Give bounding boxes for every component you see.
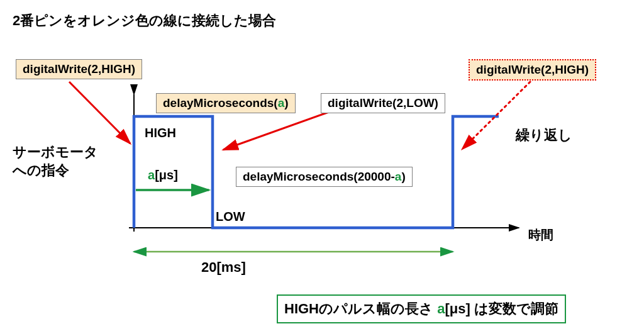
var: a: [148, 168, 155, 182]
label-high: HIGH: [145, 126, 176, 140]
code-text: digitalWrite(2,LOW): [328, 96, 438, 109]
code-text: digitalWrite(2,HIGH): [476, 63, 589, 76]
summary-unit: [μs]: [445, 301, 470, 316]
code-text-prefix: delayMicroseconds(: [163, 96, 278, 109]
summary-var: a: [437, 301, 445, 316]
label-repeat: 繰り返し: [516, 126, 572, 145]
code-text-prefix: delayMicroseconds(20000-: [243, 170, 395, 183]
box-delay-a: delayMicroseconds(a): [156, 93, 296, 113]
unit: [μs]: [155, 168, 178, 182]
arrow-write-low: [223, 108, 340, 150]
label-period: 20[ms]: [201, 259, 246, 276]
box-write-high-repeat: digitalWrite(2,HIGH): [469, 59, 596, 81]
label-low: LOW: [216, 210, 245, 224]
summary-suffix: は変数で調節: [470, 301, 558, 316]
arrow-write-high: [69, 82, 130, 143]
servo-line2: への指令: [13, 162, 98, 180]
label-pulse-width: a[μs]: [148, 168, 178, 182]
code-text-suffix: ): [284, 96, 288, 109]
box-write-low: digitalWrite(2,LOW): [321, 93, 445, 113]
code-text-var: a: [278, 96, 285, 109]
servo-line1: サーボモータ: [13, 143, 98, 162]
summary-prefix: HIGHのパルス幅の長さ: [284, 301, 437, 316]
label-servo: サーボモータ への指令: [13, 143, 98, 179]
box-write-high: digitalWrite(2,HIGH): [16, 59, 142, 79]
box-delay-rest: delayMicroseconds(20000-a): [236, 167, 413, 187]
code-text-suffix: ): [401, 170, 405, 183]
label-time-axis: 時間: [528, 227, 553, 244]
code-text: digitalWrite(2,HIGH): [23, 62, 135, 76]
summary-box: HIGHのパルス幅の長さ a[μs] は変数で調節: [277, 294, 566, 323]
page-title: 2番ピンをオレンジ色の線に接続した場合: [13, 11, 276, 30]
code-text-var: a: [395, 170, 402, 183]
